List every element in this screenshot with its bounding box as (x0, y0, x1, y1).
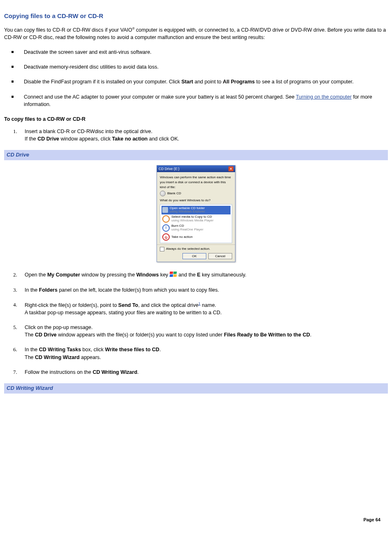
note-item: Deactivate memory-resident disc utilitie… (12, 63, 388, 71)
dialog-titlebar: CD Drive (E:) × (157, 166, 235, 172)
option-open-folder[interactable]: Open writable CD folderusing Windows Exp… (161, 206, 231, 215)
intro-text: You can copy files to CD-R or CD-RW disc… (4, 26, 388, 41)
checkbox-icon[interactable] (160, 247, 164, 251)
close-icon[interactable]: × (228, 166, 233, 171)
windows-key-icon (170, 272, 177, 277)
procedure-heading: To copy files to a CD-RW or CD-R (4, 115, 388, 123)
note-item: Disable the FindFast program if it is in… (12, 78, 388, 85)
figure-caption-cd-writing-wizard: CD Writing Wizard (4, 383, 388, 394)
dialog-description: Windows can perform the same action each… (160, 175, 232, 189)
page-footer: Page 64 (4, 517, 388, 523)
step-item: Right-click the file(s) or folder(s), po… (13, 301, 388, 316)
disc-label: Blank CD (167, 191, 181, 196)
option-take-no-action[interactable]: ⦸ Take no action (161, 233, 231, 242)
always-checkbox-row[interactable]: Always do the selected action. (160, 246, 232, 251)
option-copy-media[interactable]: Select media to Copy to CDusing Windows … (161, 214, 231, 223)
step-item: Follow the instructions on the CD Writin… (13, 368, 388, 376)
step-item: Open the My Computer window by pressing … (13, 271, 388, 279)
step-item: Insert a blank CD-R or CD-RWdisc into th… (13, 128, 388, 143)
prep-notes-list: Deactivate the screen saver and exit ant… (4, 48, 388, 108)
disc-icon (160, 191, 166, 196)
note-item: Deactivate the screen saver and exit ant… (12, 48, 388, 56)
media-player-icon (162, 215, 170, 223)
dialog-title: CD Drive (E:) (159, 166, 180, 171)
cancel-button[interactable]: Cancel (208, 253, 232, 260)
steps-list-cont: Open the My Computer window by pressing … (4, 271, 388, 375)
note-item: Connect and use the AC adapter to power … (12, 93, 388, 108)
page-title: Copying files to a CD-RW or CD-R (4, 12, 388, 21)
dialog-prompt: What do you want Windows to do? (160, 198, 232, 203)
no-action-icon: ⦸ (162, 233, 170, 241)
ok-button[interactable]: OK (182, 253, 206, 260)
step-item: In the CD Writing Tasks box, click Write… (13, 346, 388, 361)
options-list[interactable]: Open writable CD folderusing Windows Exp… (160, 204, 232, 244)
realone-icon: i (162, 224, 170, 232)
step-item: In the Folders panel on the left, locate… (13, 286, 388, 294)
steps-list: Insert a blank CD-R or CD-RWdisc into th… (4, 128, 388, 143)
figure-cd-drive-dialog: CD Drive (E:) × Windows can perform the … (4, 165, 388, 262)
cd-drive-dialog: CD Drive (E:) × Windows can perform the … (157, 165, 235, 262)
figure-caption-cd-drive: CD Drive (4, 150, 388, 160)
step-item: Click on the pop-up message. The CD Driv… (13, 324, 388, 339)
folder-icon (162, 207, 168, 213)
turning-on-computer-link[interactable]: Turning on the computer (296, 94, 352, 100)
option-burn-cd[interactable]: i Burn CDusing RealOne Player (161, 223, 231, 233)
